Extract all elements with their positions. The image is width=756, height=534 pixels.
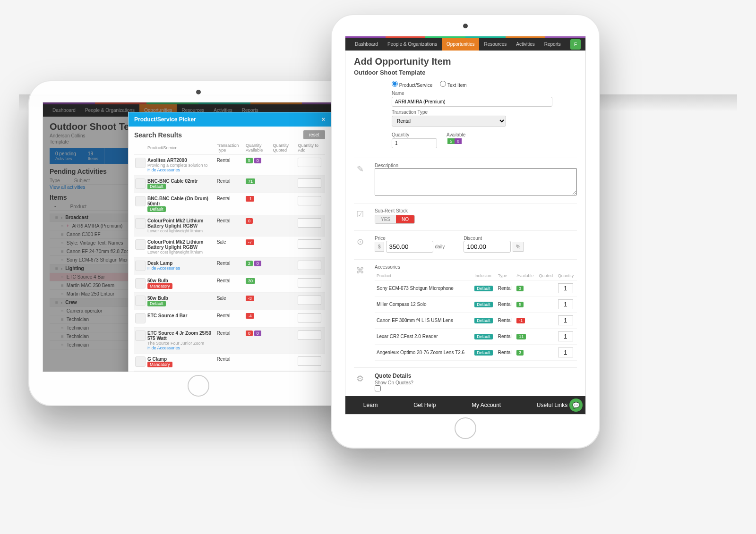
nav-bar: DashboardPeople & OrganizationsOpportuni… — [345, 38, 585, 51]
pencil-icon: ✎ — [354, 163, 366, 175]
picker-row[interactable]: ETC Source 4 Jr Zoom 25/50 575 WattThe S… — [134, 328, 325, 354]
product-thumb-icon — [135, 313, 146, 323]
camera-icon — [196, 90, 201, 94]
available-badges: 50 — [447, 138, 462, 144]
qty-add-input[interactable] — [298, 196, 321, 205]
acc-qty-input[interactable] — [558, 331, 573, 341]
product-thumb-icon — [135, 218, 146, 229]
chat-icon[interactable]: 💬 — [569, 398, 583, 412]
name-input[interactable] — [392, 97, 552, 107]
discount-input[interactable] — [464, 241, 511, 253]
product-thumb-icon — [135, 158, 146, 168]
picker-row[interactable]: ETC Source 4 Par 575 WattThe fixture all… — [134, 371, 325, 373]
radio-text[interactable]: Text Item — [440, 81, 466, 88]
camera-icon — [463, 24, 468, 28]
picker-row[interactable]: Desk LampHide AccessoriesRental2 0 — [134, 258, 325, 275]
template-subtitle: Outdoor Shoot Template — [354, 69, 577, 76]
gear-icon: ⚙ — [354, 373, 366, 385]
footer-link[interactable]: Get Help — [413, 402, 436, 408]
show-on-quotes-checkbox[interactable] — [375, 385, 381, 391]
screen-left: DashboardPeople & OrganizationsOpportuni… — [43, 102, 354, 372]
tablet-left: DashboardPeople & OrganizationsOpportuni… — [28, 80, 369, 406]
picker-row[interactable]: Avolites ART2000Providing a complete sol… — [134, 155, 325, 176]
qty-add-input[interactable] — [298, 331, 321, 340]
footer-link[interactable]: My Account — [472, 402, 501, 408]
picker-row[interactable]: 50w BulbDefaultSale-3 — [134, 293, 325, 310]
picker-row[interactable]: ColourPoint Mk2 Lithium Battery Uplight … — [134, 237, 325, 258]
product-thumb-icon — [135, 261, 146, 271]
quantity-input[interactable] — [392, 138, 437, 148]
acc-qty-input[interactable] — [558, 315, 573, 325]
footer-nav: LearnGet HelpMy AccountUseful Links💬 — [345, 396, 585, 414]
product-thumb-icon — [135, 178, 146, 189]
nav-resources[interactable]: Resources — [479, 38, 511, 51]
qty-add-input[interactable] — [298, 278, 321, 288]
picker-table: Product/ServiceTransaction TypeQuantity … — [134, 141, 325, 372]
picker-row[interactable]: BNC-BNC Cable (On Drum) 50mtrDefaultRent… — [134, 193, 325, 215]
nav-people-organizations[interactable]: People & Organizations — [383, 38, 442, 51]
page-title: Add Opportunity Item — [354, 56, 577, 67]
nav-dashboard[interactable]: Dashboard — [350, 38, 383, 51]
description-textarea[interactable] — [375, 168, 577, 195]
modal-title-bar: Product/Service Picker × — [129, 112, 331, 127]
qty-add-input[interactable] — [298, 178, 321, 188]
product-thumb-icon — [135, 239, 146, 250]
avatar[interactable]: F — [570, 39, 581, 50]
qty-add-input[interactable] — [298, 158, 321, 167]
footer-link[interactable]: Useful Links — [537, 402, 567, 408]
qty-add-input[interactable] — [298, 356, 321, 366]
tablet-right: DashboardPeople & OrganizationsOpportuni… — [331, 14, 600, 449]
accessory-row: Lexar CR2 CFast 2.0 ReaderDefaultRental1… — [375, 329, 577, 345]
home-button-icon — [455, 417, 476, 439]
accessory-row: Miller Compass 12 SoloDefaultRental5 — [375, 297, 577, 313]
picker-row[interactable]: ColourPoint Mk2 Lithium Battery Uplight … — [134, 215, 325, 237]
accessories-table: ProductInclusionTypeAvailableQuotedQuant… — [375, 271, 577, 361]
accessory-row: Angenieux Optimo 28-76 Zoom Lens T2.6Def… — [375, 345, 577, 361]
product-thumb-icon — [135, 196, 146, 206]
acc-qty-input[interactable] — [558, 299, 573, 309]
nav-activities[interactable]: Activities — [511, 38, 539, 51]
footer-link[interactable]: Learn — [363, 402, 378, 408]
qty-add-input[interactable] — [298, 239, 321, 249]
radio-product[interactable]: Product/Service — [392, 81, 432, 88]
reset-button[interactable]: reset — [303, 130, 325, 139]
product-picker-modal: Product/Service Picker × Search Results … — [128, 112, 331, 372]
product-thumb-icon — [135, 356, 146, 367]
transaction-type-select[interactable]: Rental — [392, 116, 506, 127]
picker-row[interactable]: 50w BulbMandatoryRental30 — [134, 275, 325, 293]
price-input[interactable] — [386, 241, 433, 253]
picker-row[interactable]: BNC-BNC Cable 02mtrDefaultRental71 — [134, 176, 325, 193]
screen-right: DashboardPeople & OrganizationsOpportuni… — [345, 36, 586, 415]
price-icon: ⊙ — [354, 236, 366, 248]
search-results-heading: Search Results — [134, 131, 182, 139]
product-thumb-icon — [135, 278, 146, 288]
check-icon: ☑ — [354, 208, 366, 220]
accessory-row: Sony ECM-673 Shotgun MicrophoneDefaultRe… — [375, 280, 577, 297]
nav-reports[interactable]: Reports — [540, 38, 566, 51]
qty-add-input[interactable] — [298, 296, 321, 305]
accessory-row: Canon EF 300mm f4 L IS USM LensDefaultRe… — [375, 313, 577, 329]
home-button-icon — [188, 375, 209, 397]
qty-add-input[interactable] — [298, 218, 321, 228]
subrent-toggle[interactable]: YESNO — [375, 215, 415, 224]
qty-add-input[interactable] — [298, 313, 321, 322]
nav-opportunities[interactable]: Opportunities — [442, 38, 479, 51]
product-thumb-icon — [135, 331, 146, 341]
picker-row[interactable]: G ClampMandatoryRental — [134, 354, 325, 371]
acc-qty-input[interactable] — [558, 348, 573, 357]
picker-row[interactable]: ETC Source 4 BarRental-4 — [134, 310, 325, 328]
close-icon[interactable]: × — [322, 116, 325, 123]
qty-add-input[interactable] — [298, 261, 321, 270]
hierarchy-icon: ⌘ — [354, 264, 366, 277]
product-thumb-icon — [135, 296, 146, 306]
acc-qty-input[interactable] — [558, 283, 573, 293]
